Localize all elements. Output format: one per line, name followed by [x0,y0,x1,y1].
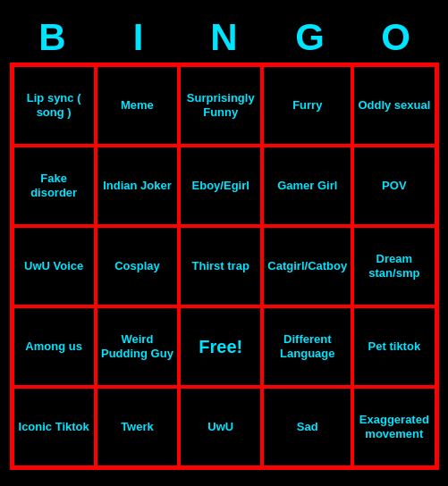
bingo-card: BINGO Lip sync ( song )MemeSurprisingly … [5,12,444,474]
bingo-cell-surprisingly-funny: Surprisingly Funny [179,65,262,146]
bingo-cell-different-language: Different Language [262,306,352,387]
bingo-cell-sad: Sad [262,387,352,467]
bingo-cell-indian-joker: Indian Joker [96,146,179,226]
bingo-cell-thirst-trap: Thirst trap [179,226,262,306]
bingo-cell-pet-tiktok: Pet tiktok [352,306,435,387]
bingo-cell-lip-sync-song: Lip sync ( song ) [13,65,96,146]
bingo-letter: B [17,16,89,59]
bingo-cell-exaggerated-movement: Exaggerated movement [352,387,435,467]
bingo-letter: I [103,16,174,59]
bingo-cell-twerk: Twerk [96,387,179,467]
bingo-cell-weird-pudding-guy: Weird Pudding Guy [96,306,179,387]
bingo-cell-dream-stan-smp: Dream stan/smp [352,226,435,306]
bingo-cell-among-us: Among us [13,306,96,387]
bingo-cell-catgirl-catboy: Catgirl/Catboy [262,226,352,306]
bingo-cell-cosplay: Cosplay [96,226,179,306]
bingo-cell-furry: Furry [262,65,352,146]
bingo-cell-pov: POV [352,146,435,226]
bingo-letter: N [189,16,260,59]
bingo-cell-eboy-egirl: Eboy/Egirl [179,146,262,226]
bingo-cell-meme: Meme [96,65,179,146]
bingo-grid: Lip sync ( song )MemeSurprisingly FunnyF… [10,63,439,470]
bingo-cell-gamer-girl: Gamer Girl [262,146,352,226]
bingo-cell-free: Free! [179,306,262,387]
bingo-cell-fake-disorder: Fake disorder [13,146,96,226]
bingo-cell-oddly-sexual: Oddly sexual [352,65,435,146]
bingo-letter: O [360,16,432,59]
bingo-cell-uwu-voice: UwU Voice [13,226,96,306]
bingo-cell-iconic-tiktok: Iconic Tiktok [13,387,96,467]
bingo-title: BINGO [10,16,439,59]
bingo-cell-uwu: UwU [179,387,262,467]
bingo-letter: G [275,16,346,59]
